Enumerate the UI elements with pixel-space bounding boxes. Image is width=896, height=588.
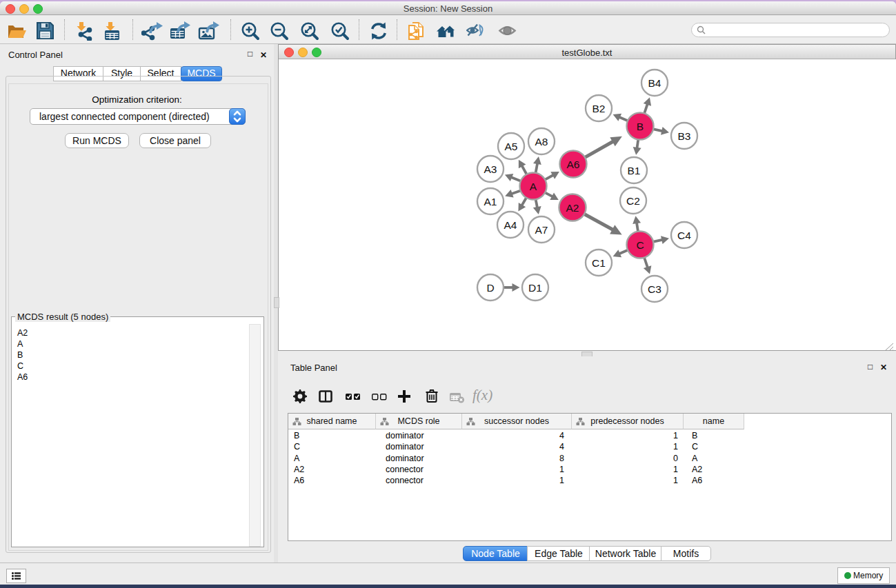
svg-text:C1: C1 bbox=[592, 257, 606, 269]
svg-text:C4: C4 bbox=[677, 230, 691, 241]
svg-text:B4: B4 bbox=[648, 77, 661, 89]
svg-text:B1: B1 bbox=[628, 165, 641, 176]
svg-text:A: A bbox=[530, 181, 537, 192]
svg-text:C: C bbox=[636, 239, 644, 251]
svg-text:A1: A1 bbox=[484, 196, 497, 207]
svg-text:A2: A2 bbox=[566, 202, 579, 214]
svg-text:B: B bbox=[637, 121, 644, 132]
svg-text:B3: B3 bbox=[678, 130, 691, 142]
svg-text:A3: A3 bbox=[484, 163, 497, 175]
svg-text:D: D bbox=[486, 282, 494, 294]
svg-text:A6: A6 bbox=[567, 159, 580, 170]
svg-text:A4: A4 bbox=[504, 219, 517, 231]
svg-text:C3: C3 bbox=[648, 283, 661, 295]
svg-text:A7: A7 bbox=[535, 224, 548, 236]
svg-text:D1: D1 bbox=[528, 282, 542, 294]
svg-text:C2: C2 bbox=[626, 195, 640, 207]
svg-text:B2: B2 bbox=[593, 103, 606, 114]
svg-text:A5: A5 bbox=[505, 141, 518, 152]
svg-text:A8: A8 bbox=[535, 136, 548, 148]
